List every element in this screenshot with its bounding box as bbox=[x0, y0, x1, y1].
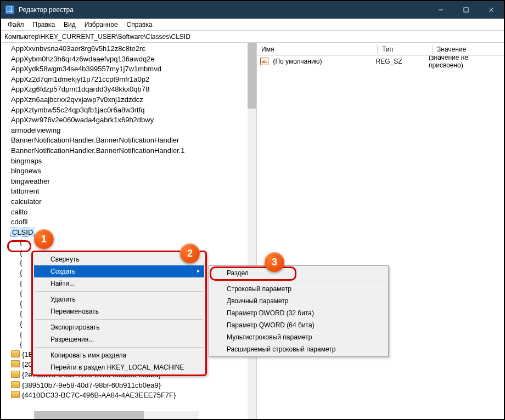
ctx-delete[interactable]: Удалить bbox=[34, 293, 204, 305]
tree-item[interactable]: AppXztymbw55c24qp3qfb1jac0r6a8w3rtfq bbox=[1, 105, 256, 116]
scrollbar-thumb[interactable] bbox=[34, 411, 144, 419]
ctx-new-expand-string[interactable]: Расширяемый строковый параметр bbox=[210, 343, 387, 355]
tree-item[interactable]: AppXxvnbvsna403aer8rg6v5h12z8c8te2rc bbox=[1, 44, 256, 54]
ctx-new-binary[interactable]: Двоичный параметр bbox=[210, 295, 387, 307]
ctx-new-qword[interactable]: Параметр QWORD (64 бита) bbox=[210, 319, 387, 331]
col-name[interactable]: Имя bbox=[257, 43, 378, 55]
menu-edit[interactable]: Правка bbox=[29, 20, 60, 30]
col-data[interactable]: Значение bbox=[433, 43, 504, 55]
ctx-goto-hklm[interactable]: Перейти в раздел HKEY_LOCAL_MACHINE bbox=[34, 361, 204, 373]
ctx-permissions[interactable]: Разрешения... bbox=[34, 333, 204, 345]
tree-item[interactable]: {4410DC33-BC7C-496B-AA84-4AE3EEE75F7F} bbox=[1, 390, 256, 401]
tree-item[interactable]: AppXz2d7qm1dmekjyt1p721ccpt9mfr1a0p2 bbox=[1, 75, 256, 85]
tree-item[interactable]: calculator bbox=[1, 197, 256, 207]
tree-item[interactable]: bingweather bbox=[1, 177, 256, 187]
close-button[interactable] bbox=[479, 1, 504, 19]
minimize-button[interactable] bbox=[428, 1, 453, 19]
tree-item[interactable]: BannerNotificationHandler.BannerNotifica… bbox=[1, 135, 256, 146]
ctx-new-string[interactable]: Строковый параметр bbox=[210, 283, 387, 295]
menu-help[interactable]: Справка bbox=[122, 20, 157, 30]
menu-view[interactable]: Вид bbox=[59, 20, 80, 30]
tree-scrollbar-v[interactable] bbox=[248, 43, 256, 419]
values-header: Имя Тип Значение bbox=[257, 43, 504, 56]
window-buttons bbox=[428, 1, 504, 19]
maximize-button[interactable] bbox=[453, 1, 479, 19]
annotation-badge-1: 1 bbox=[34, 229, 54, 249]
titlebar[interactable]: Редактор реестра bbox=[1, 1, 504, 19]
window-title: Редактор реестра bbox=[19, 6, 428, 14]
tree-item[interactable]: bittorrent bbox=[1, 186, 256, 197]
ctx-separator bbox=[35, 347, 203, 348]
context-submenu-new: Раздел Строковый параметр Двоичный парам… bbox=[209, 265, 389, 357]
ctx-new[interactable]: Создать bbox=[34, 265, 204, 277]
annotation-badge-3: 3 bbox=[265, 252, 284, 272]
scrollbar-thumb[interactable] bbox=[248, 43, 256, 109]
tree-item[interactable]: callto bbox=[1, 207, 256, 218]
ctx-rename[interactable]: Переименовать bbox=[34, 305, 204, 317]
ctx-collapse[interactable]: Свернуть bbox=[34, 253, 204, 265]
menu-file[interactable]: Файл bbox=[3, 20, 29, 30]
app-icon bbox=[5, 5, 14, 14]
address-bar[interactable]: Компьютер\HKEY_CURRENT_USER\Software\Cla… bbox=[1, 31, 504, 43]
values-pane[interactable]: Имя Тип Значение ab (По умолчанию) REG_S… bbox=[257, 43, 504, 419]
tree-item[interactable]: AppXzn6aajbcrxx2qvxjawp7v0xnj1zdzdcz bbox=[1, 95, 256, 105]
value-data: (значение не присвоено) bbox=[427, 54, 504, 69]
value-name: (По умолчанию) bbox=[271, 58, 373, 65]
ctx-copy-key-name[interactable]: Копировать имя раздела bbox=[34, 349, 204, 361]
ctx-new-multi-string[interactable]: Мультистроковый параметр bbox=[210, 331, 387, 343]
context-menu: Свернуть Создать Найти... Удалить Переим… bbox=[31, 251, 207, 376]
address-text: Компьютер\HKEY_CURRENT_USER\Software\Cla… bbox=[4, 33, 190, 41]
svg-rect-1 bbox=[464, 8, 468, 12]
ctx-find[interactable]: Найти... bbox=[34, 277, 204, 290]
registry-editor-window: Редактор реестра Файл Правка Вид Избранн… bbox=[0, 0, 505, 420]
string-value-icon: ab bbox=[260, 58, 268, 65]
ctx-export[interactable]: Экспортировать bbox=[34, 321, 204, 333]
tree-item[interactable]: AppXzg6fdzp57dpmt1dqardd3y48kkx0qb78 bbox=[1, 84, 256, 95]
value-type: REG_SZ bbox=[373, 58, 427, 65]
tree-item[interactable]: AppXydk58wgm34se4b399557my1j7w1mbmvd bbox=[1, 64, 256, 75]
annotation-badge-2: 2 bbox=[180, 243, 200, 263]
tree-item[interactable]: {389510b7-9e58-40d7-98bf-60b911cb0ea9} bbox=[1, 381, 256, 391]
tree-item[interactable]: bingmaps bbox=[1, 156, 256, 167]
ctx-new-key[interactable]: Раздел bbox=[210, 267, 387, 279]
tree-item[interactable]: BannerNotificationHandler.BannerNotifica… bbox=[1, 146, 256, 156]
tree-item[interactable]: AppXzwr976v2e060wada4gabrk1x69h2dbwy bbox=[1, 115, 256, 126]
value-row[interactable]: ab (По умолчанию) REG_SZ (значение не пр… bbox=[257, 56, 504, 67]
col-type[interactable]: Тип bbox=[378, 43, 433, 55]
tree-item[interactable]: armodelviewing bbox=[1, 126, 256, 136]
tree-item[interactable]: AppXybm0hz3h6qr4z6wdaaefvpq136awdq2e bbox=[1, 54, 256, 65]
tree-item[interactable]: cdofil bbox=[1, 217, 256, 228]
ctx-separator bbox=[35, 291, 203, 292]
tree-scrollbar-h[interactable] bbox=[34, 411, 199, 419]
ctx-separator bbox=[211, 281, 386, 281]
menubar: Файл Правка Вид Избранное Справка bbox=[1, 19, 504, 31]
tree-item[interactable]: bingnews bbox=[1, 166, 256, 177]
ctx-new-dword[interactable]: Параметр DWORD (32 бита) bbox=[210, 307, 387, 319]
ctx-separator bbox=[35, 319, 203, 320]
menu-favorites[interactable]: Избранное bbox=[80, 20, 122, 30]
